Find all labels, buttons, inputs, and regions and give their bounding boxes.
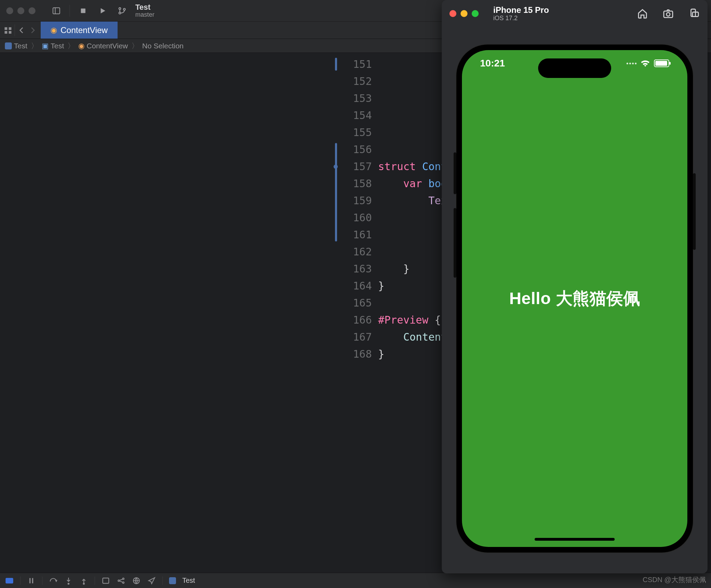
app-icon <box>169 577 176 584</box>
close-window-dot[interactable] <box>6 7 13 14</box>
app-hello-text: Hello 大熊猫侯佩 <box>509 287 640 310</box>
debug-bar: Test <box>0 573 711 588</box>
line-number: 167 <box>333 328 378 345</box>
minimize-window-dot[interactable] <box>17 7 24 14</box>
debug-target-label: Test <box>182 577 195 585</box>
zoom-window-dot[interactable] <box>29 7 35 14</box>
stop-button-icon[interactable] <box>77 5 89 17</box>
svg-rect-10 <box>30 578 31 583</box>
line-number: 160 <box>333 209 378 226</box>
related-items-icon[interactable] <box>3 26 13 35</box>
tabbar-controls <box>0 22 41 39</box>
separator <box>42 577 42 585</box>
jump-file-label: ContentView <box>87 42 128 50</box>
chevron-right-icon: 〉 <box>131 41 139 51</box>
jump-folder-label: Test <box>51 42 64 50</box>
environment-icon[interactable] <box>132 576 141 585</box>
chevron-right-icon: 〉 <box>67 41 75 51</box>
battery-icon <box>654 59 669 67</box>
memory-graph-icon[interactable] <box>117 576 126 585</box>
iphone-screen[interactable]: 10:21 Hello 大熊猫侯佩 <box>462 50 687 547</box>
svg-rect-19 <box>664 11 673 17</box>
minimize-icon[interactable] <box>461 10 468 17</box>
line-number: 165 <box>333 294 378 311</box>
breakpoints-toggle-icon[interactable] <box>5 576 14 585</box>
line-number: 162 <box>333 243 378 260</box>
jump-selection[interactable]: No Selection <box>142 42 184 50</box>
toggle-navigator-icon[interactable] <box>50 5 63 17</box>
step-over-icon[interactable] <box>49 576 58 585</box>
line-number: 153 <box>333 90 378 107</box>
simulator-titlebar: iPhone 15 Pro iOS 17.2 <box>442 0 708 27</box>
line-number: 155 <box>333 124 378 141</box>
watermark: CSDN @大熊猫侯佩 <box>642 575 706 585</box>
line-number: 168 <box>333 345 378 363</box>
debug-view-icon[interactable] <box>101 576 110 585</box>
simulator-title: iPhone 15 Pro iOS 17.2 <box>493 5 549 22</box>
svg-rect-2 <box>81 8 86 13</box>
simulator-device-label: iPhone 15 Pro <box>493 5 549 15</box>
separator <box>20 577 21 585</box>
separator <box>15 24 15 36</box>
simulator-os-label: iOS 17.2 <box>493 15 549 22</box>
home-icon[interactable] <box>637 8 648 19</box>
tab-contentview[interactable]: ◉ ContentView <box>41 22 118 39</box>
jump-project-label: Test <box>14 42 27 50</box>
screenshot-icon[interactable] <box>662 8 674 19</box>
line-number: 159 <box>333 192 378 209</box>
line-number: 161 <box>333 226 378 243</box>
zoom-icon[interactable] <box>472 10 479 17</box>
step-out-icon[interactable] <box>79 576 88 585</box>
jump-file[interactable]: ◉ContentView <box>78 42 128 50</box>
svg-point-16 <box>122 578 124 579</box>
step-into-icon[interactable] <box>64 576 73 585</box>
svg-point-20 <box>666 13 670 16</box>
current-line-highlight <box>0 53 333 573</box>
line-number: 156 <box>333 141 378 158</box>
status-bar: 10:21 <box>462 58 687 69</box>
branch-name: master <box>135 11 154 18</box>
svg-point-3 <box>119 7 121 9</box>
back-icon[interactable] <box>17 26 26 35</box>
pause-icon[interactable] <box>27 576 36 585</box>
separator <box>70 5 70 17</box>
rotate-icon[interactable] <box>688 8 700 19</box>
jump-project[interactable]: Test <box>5 42 27 50</box>
swift-file-icon: ◉ <box>50 26 57 35</box>
simulator-traffic-lights[interactable] <box>449 10 479 17</box>
svg-rect-6 <box>5 27 7 30</box>
svg-point-15 <box>118 580 119 581</box>
svg-rect-8 <box>5 31 7 34</box>
forward-icon[interactable] <box>28 26 37 35</box>
simulator-body: 10:21 Hello 大熊猫侯佩 <box>442 27 708 573</box>
line-number: 163 <box>333 260 378 277</box>
svg-point-13 <box>83 583 84 584</box>
simulator-actions <box>637 8 700 19</box>
jump-folder[interactable]: ▣Test <box>42 42 64 50</box>
chevron-right-icon: 〉 <box>30 41 39 51</box>
project-icon <box>5 42 12 49</box>
folder-icon: ▣ <box>42 42 49 50</box>
swift-file-icon: ◉ <box>78 42 85 50</box>
svg-point-5 <box>123 8 125 10</box>
svg-rect-14 <box>103 578 109 583</box>
branch-icon[interactable] <box>116 5 128 17</box>
line-number: 164 <box>333 277 378 294</box>
close-icon[interactable] <box>449 10 456 17</box>
svg-rect-11 <box>32 578 33 583</box>
tab-label: ContentView <box>61 25 108 35</box>
cellular-icon <box>626 63 637 64</box>
svg-rect-7 <box>9 27 11 30</box>
window-traffic-lights[interactable] <box>6 7 35 14</box>
svg-rect-0 <box>53 8 60 14</box>
location-icon[interactable] <box>147 576 156 585</box>
iphone-device-frame: 10:21 Hello 大熊猫侯佩 <box>456 45 693 553</box>
scheme-selector[interactable]: Test master <box>135 3 154 18</box>
line-number: 157 <box>333 158 378 175</box>
home-indicator <box>535 538 615 541</box>
separator <box>162 577 163 585</box>
status-time: 10:21 <box>480 58 505 69</box>
run-button-icon[interactable] <box>96 5 109 17</box>
svg-rect-9 <box>9 31 11 34</box>
svg-point-12 <box>68 583 69 584</box>
